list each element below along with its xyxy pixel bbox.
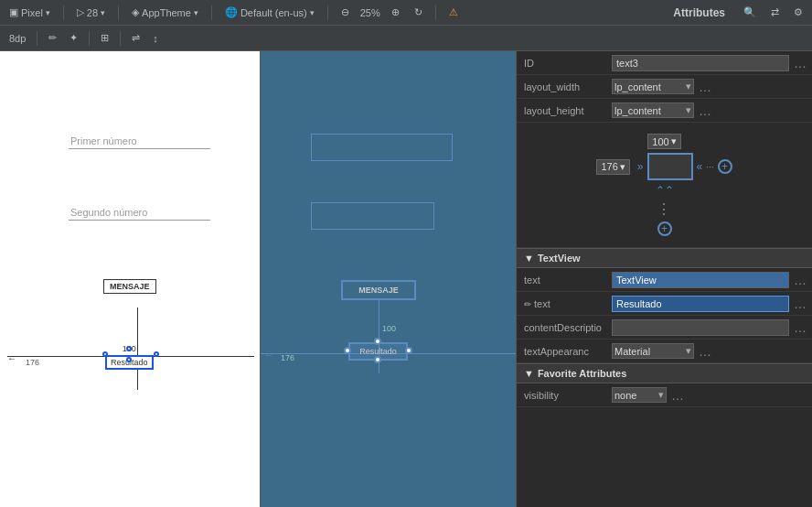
- text-appearance-dropdown[interactable]: Material ▾: [612, 343, 694, 359]
- constraint-row-middle: 176 ▾ » « ··· +: [596, 153, 732, 180]
- constraint-176-arrow: ▾: [620, 161, 625, 173]
- attributes-title: Attributes: [673, 6, 725, 19]
- api-chevron: ▾: [101, 8, 105, 17]
- sync-icon: ⇄: [771, 6, 779, 18]
- star-icon: ✦: [69, 32, 78, 44]
- sep5: [435, 5, 436, 20]
- constraint-box: [647, 153, 693, 180]
- grid-tool[interactable]: ⊞: [97, 30, 112, 46]
- id-value-wrap: …: [612, 55, 808, 71]
- refresh-button[interactable]: ↻: [411, 5, 426, 20]
- arrow-h-tool[interactable]: ⇌: [128, 30, 144, 46]
- zoom-out-button[interactable]: ⊖: [337, 5, 353, 20]
- attributes-panel: ID … layout_width lp_content ▾ … layout_…: [517, 51, 812, 507]
- sep4: [327, 5, 328, 20]
- layout-width-label: layout_width: [520, 81, 612, 92]
- preview-left-arrow: ←: [264, 350, 273, 360]
- theme-selector[interactable]: ◈ AppTheme ▾: [128, 5, 202, 20]
- text-row-1: text …: [517, 268, 812, 292]
- preview-panel: MENSAJE 100 Resultado ← 176: [261, 51, 517, 507]
- constraint-row-add: +: [657, 221, 672, 236]
- warning-icon: ⚠: [449, 6, 458, 18]
- theme-label: AppTheme: [142, 7, 191, 18]
- layout-width-value: lp_content: [614, 81, 661, 92]
- visibility-dropdown[interactable]: none ▾: [612, 387, 667, 403]
- dim-176-left: 176: [26, 358, 39, 367]
- arrow-v-icon: ↕: [153, 33, 158, 44]
- preview-resultado-text: Resultado: [359, 347, 397, 356]
- add-constraint-btn[interactable]: +: [718, 159, 732, 174]
- constraint-num-100[interactable]: 100 ▾: [647, 134, 680, 149]
- chevrons-up-icon: ⌃⌃: [656, 184, 674, 197]
- refresh-icon: ↻: [414, 6, 422, 18]
- id-label: ID: [520, 58, 612, 69]
- preview-handle-right: [405, 347, 412, 354]
- device-icon: ▣: [9, 6, 18, 18]
- text-value-wrap-2: …: [612, 296, 808, 312]
- text-label-2: ✏ text: [520, 298, 612, 309]
- sep3: [211, 5, 212, 20]
- text-label-2-text: text: [534, 298, 550, 309]
- text-dots-1[interactable]: …: [792, 273, 808, 287]
- text-appearance-dots[interactable]: …: [697, 344, 713, 359]
- api-selector[interactable]: ▷ 28 ▾: [73, 5, 109, 20]
- locale-icon: 🌐: [225, 6, 238, 18]
- text-appearance-row: textAppearanc Material ▾ …: [517, 340, 812, 363]
- text-appearance-value-wrap: Material ▾ …: [612, 343, 808, 359]
- api-label: 28: [87, 7, 98, 18]
- id-row: ID …: [517, 51, 812, 75]
- sep7: [89, 31, 90, 46]
- visibility-value-wrap: none ▾ …: [612, 387, 808, 403]
- search-button[interactable]: 🔍: [740, 5, 760, 20]
- visibility-dots[interactable]: …: [669, 388, 686, 403]
- design-panel: Primer número Segundo número MENSAJE 100…: [0, 51, 261, 507]
- layout-width-arrow: ▾: [686, 81, 691, 92]
- zoom-in-button[interactable]: ⊕: [388, 5, 403, 20]
- preview-rect1: [311, 134, 453, 161]
- pencil-tool[interactable]: ✏: [45, 30, 60, 46]
- textview-section: ▼ TextView: [517, 248, 812, 268]
- preview-rect2: [311, 202, 434, 230]
- constraint-row-top: 100 ▾: [647, 134, 680, 149]
- text-label-1: text: [520, 275, 612, 286]
- layout-height-value-wrap: lp_content ▾ …: [612, 102, 808, 118]
- mensaje-text: MENSAJE: [110, 282, 150, 291]
- layout-height-dropdown[interactable]: lp_content ▾: [612, 102, 694, 118]
- text-value-wrap-1: …: [612, 272, 808, 288]
- warning-badge[interactable]: ⚠: [445, 5, 462, 20]
- text-input-1[interactable]: [612, 272, 789, 288]
- add-bottom-constraint-btn[interactable]: +: [657, 221, 672, 236]
- zoom-out-icon: ⊖: [341, 6, 349, 18]
- id-input[interactable]: [612, 55, 789, 71]
- preview-handle-left: [344, 347, 351, 354]
- content-desc-dots[interactable]: …: [792, 320, 808, 335]
- visibility-label: visibility: [520, 390, 612, 401]
- dp-selector[interactable]: 8dp: [5, 31, 29, 46]
- zoom-in-icon: ⊕: [391, 6, 400, 18]
- textview-chevron: ▼: [524, 253, 534, 264]
- sep6: [37, 31, 37, 46]
- star-tool[interactable]: ✦: [66, 30, 81, 46]
- device-selector[interactable]: ▣ Pixel ▾: [5, 5, 54, 20]
- arrow-v-tool[interactable]: ↕: [149, 31, 162, 46]
- layout-width-dropdown[interactable]: lp_content ▾: [612, 79, 694, 94]
- text-appearance-label: textAppearanc: [520, 346, 612, 357]
- text-input-2[interactable]: [612, 296, 789, 312]
- visibility-value: none: [614, 390, 636, 401]
- constraint-row-chevrons: ⌃⌃: [656, 184, 674, 197]
- constraint-num-176[interactable]: 176 ▾: [596, 159, 629, 175]
- zoom-level: 25%: [360, 7, 380, 18]
- layout-width-dots[interactable]: …: [697, 80, 713, 94]
- preview-handle-bottom: [374, 356, 381, 363]
- locale-label: Default (en-us): [240, 7, 307, 18]
- id-dots[interactable]: …: [792, 56, 808, 70]
- favorite-section: ▼ Favorite Attributes: [517, 363, 812, 383]
- settings-button[interactable]: ⚙: [790, 5, 807, 20]
- locale-selector[interactable]: 🌐 Default (en-us) ▾: [221, 5, 318, 20]
- layout-height-dots[interactable]: …: [697, 103, 713, 118]
- layout-width-row: layout_width lp_content ▾ …: [517, 75, 812, 99]
- text-dots-2[interactable]: …: [792, 297, 808, 311]
- handle-left: [102, 351, 108, 357]
- content-desc-input[interactable]: [612, 319, 789, 336]
- sync-button[interactable]: ⇄: [767, 5, 783, 20]
